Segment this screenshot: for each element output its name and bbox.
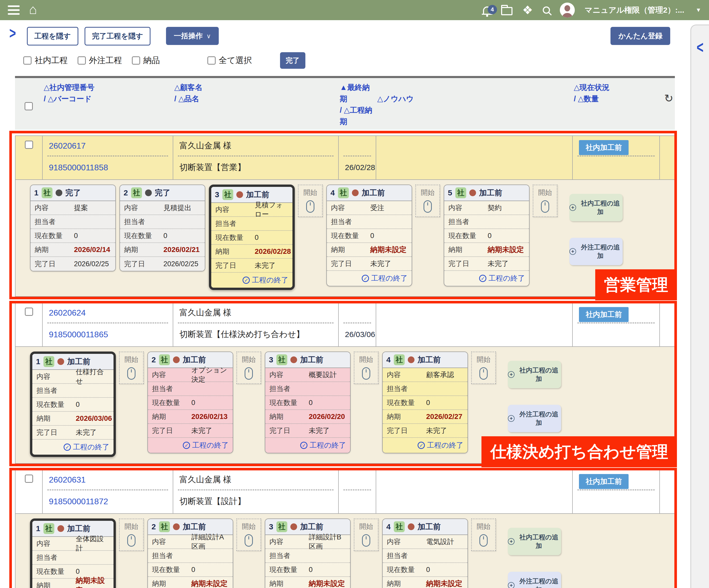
hamburger-menu-icon[interactable]	[8, 5, 20, 15]
row-checkbox[interactable]	[25, 308, 33, 316]
assignee-label: 担当者	[152, 551, 191, 560]
barcode-link[interactable]: 9185000011858	[43, 156, 173, 179]
column-header-customer[interactable]: △顧客名/ △品名	[173, 82, 338, 127]
process-card-4[interactable]: 4社加工前内容受注担当者現在数量0納期納期未設定完了日未完了✓工程の終了	[326, 185, 412, 286]
quantity-label: 現在数量	[35, 231, 74, 240]
complete-button[interactable]: 完了	[280, 52, 305, 69]
end-process-link[interactable]: ✓工程の終了	[183, 440, 229, 450]
chevron-down-icon: ∨	[206, 32, 211, 39]
content-value: 受注	[370, 203, 384, 212]
start-process-button[interactable]: 開始	[533, 185, 557, 217]
add-outsourced-process-button[interactable]: +外注工程の追加	[508, 405, 561, 432]
start-process-button[interactable]: 開始	[236, 518, 261, 551]
process-card-1[interactable]: 1社加工前内容全体図設計担当者現在数量0納期納期未設定完了日未完了✓工程の終了	[30, 518, 116, 588]
process-card-1[interactable]: 1社加工前内容仕様打合せ担当者現在数量0納期2026/03/06完了日未完了✓工…	[30, 351, 116, 457]
completed-date-value: 未完了	[76, 428, 97, 437]
status-cell: 社内加工前	[573, 470, 660, 513]
status-dot-icon	[57, 358, 64, 365]
process-card-1[interactable]: 1社完了内容提案担当者現在数量0納期2026/02/14完了日2026/02/2…	[30, 185, 116, 271]
process-card-2[interactable]: 2社加工前内容オプション決定担当者現在数量0納期2026/02/13完了日未完了…	[148, 351, 233, 453]
add-outsourced-process-button[interactable]: +外注工程の追加	[508, 572, 561, 588]
process-card-4[interactable]: 4社加工前内容電気設計担当者現在数量0納期納期未設定完了日未完了✓工程の終了	[382, 518, 468, 588]
user-menu-caret-icon[interactable]: ▼	[695, 7, 701, 14]
process-card-area: 1社完了内容提案担当者現在数量0納期2026/02/14完了日2026/02/2…	[15, 179, 675, 297]
folder-icon[interactable]	[501, 7, 513, 15]
add-outsourced-process-button[interactable]: +外注工程の追加	[569, 238, 623, 265]
process-card-3[interactable]: 3社加工前内容詳細設計B区画担当者現在数量0納期納期未設定完了日未完了✓工程の終…	[265, 518, 351, 588]
start-process-button[interactable]: 開始	[415, 185, 440, 217]
end-process-label: 工程の終了	[192, 440, 229, 450]
header-select-all-checkbox[interactable]	[25, 102, 33, 110]
start-process-button[interactable]: 開始	[471, 518, 496, 551]
hide-completed-process-button[interactable]: 完了工程を隠す	[84, 27, 151, 46]
control-no-link[interactable]: 26020617	[43, 136, 173, 156]
start-process-button[interactable]: 開始	[119, 351, 144, 384]
process-card-4[interactable]: 4社加工前内容顧客承認担当者現在数量0納期2026/02/27完了日未完了✓工程…	[382, 351, 468, 453]
collapse-right-chevron-icon[interactable]: <	[691, 39, 709, 56]
start-process-button[interactable]: 開始	[354, 518, 378, 551]
start-process-button[interactable]: 開始	[236, 351, 261, 384]
barcode-link[interactable]: 9185000011865	[43, 323, 173, 346]
add-in-house-process-button[interactable]: +社内工程の追加	[569, 194, 623, 221]
end-process-link[interactable]: ✓工程の終了	[242, 275, 288, 285]
search-icon[interactable]	[543, 6, 550, 14]
avatar[interactable]	[560, 3, 575, 18]
status-cell: 社内加工前	[573, 136, 660, 179]
expand-left-chevron-icon[interactable]: >	[9, 25, 16, 41]
notification-bell-icon[interactable]: 4	[483, 6, 491, 14]
quick-register-button[interactable]: かんたん登録	[610, 27, 670, 45]
process-card-3[interactable]: 3社加工前内容見積フォロー担当者現在数量0納期2026/02/28完了日未完了✓…	[209, 185, 295, 290]
add-in-house-process-button[interactable]: +社内工程の追加	[508, 361, 561, 388]
due-label: 納期	[331, 245, 370, 254]
hide-process-button[interactable]: 工程を隠す	[27, 27, 78, 46]
end-process-link[interactable]: ✓工程の終了	[300, 440, 346, 450]
barcode-link[interactable]: 9185000011872	[43, 490, 173, 512]
start-label: 開始	[476, 355, 491, 364]
start-process-button[interactable]: 開始	[471, 351, 496, 384]
knowhow-cell	[376, 470, 573, 513]
row-checkbox[interactable]	[25, 475, 33, 483]
refresh-icon[interactable]: ↻	[659, 82, 675, 127]
start-process-button[interactable]: 開始	[298, 185, 323, 217]
process-card-body: 内容提案担当者現在数量0納期2026/02/14完了日2026/02/25	[30, 201, 115, 271]
outsourced-process-checkbox[interactable]	[78, 56, 86, 64]
completed-date-label: 完了日	[448, 259, 488, 268]
process-card-5[interactable]: 5社加工前内容契約担当者現在数量0納期納期未設定完了日未完了✓工程の終了	[444, 185, 529, 286]
column-header-due[interactable]: ▲最終納期/ △工程納期	[338, 82, 376, 127]
in-house-process-checkbox[interactable]	[23, 56, 31, 64]
dropbox-icon[interactable]: ❖	[522, 4, 533, 16]
process-card-2[interactable]: 2社加工前内容詳細設計A区画担当者現在数量0納期納期未設定完了日未完了✓工程の終…	[148, 518, 233, 588]
row-checkbox[interactable]	[25, 141, 33, 149]
column-header-status[interactable]: △現在状況/ △数量	[572, 82, 659, 127]
due-row: 納期2026/02/27	[383, 410, 468, 424]
status-dot-icon	[173, 356, 180, 363]
completed-date-row: 完了日未完了	[327, 257, 412, 271]
process-card-body: 内容詳細設計A区画担当者現在数量0納期納期未設定完了日未完了✓工程の終了	[148, 535, 233, 588]
start-process-button[interactable]: 開始	[119, 518, 144, 551]
start-process-button[interactable]: 開始	[354, 351, 378, 384]
due-value: 納期未設定	[426, 579, 462, 588]
in-house-type-badge: 社	[159, 521, 170, 532]
mouse-icon	[479, 534, 488, 546]
start-label: 開始	[359, 355, 373, 364]
end-process-link[interactable]: ✓工程の終了	[479, 273, 525, 283]
bulk-action-dropdown[interactable]: 一括操作∨	[166, 27, 219, 45]
content-row: 内容仕様打合せ	[32, 370, 113, 384]
due-label: 納期	[387, 412, 426, 421]
column-header-control-no[interactable]: △社内管理番号/ △バーコード	[42, 82, 173, 127]
process-card-3[interactable]: 3社加工前内容概要設計担当者現在数量0納期2026/02/20完了日未完了✓工程…	[265, 351, 351, 453]
process-status-label: 加工前	[67, 524, 90, 534]
end-process-link[interactable]: ✓工程の終了	[362, 273, 408, 283]
column-header-knowhow[interactable]: △ノウハウ	[376, 82, 572, 127]
end-process-link[interactable]: ✓工程の終了	[63, 442, 109, 452]
control-no-link[interactable]: 26020631	[43, 470, 173, 489]
select-all-checkbox[interactable]	[207, 56, 216, 64]
home-icon[interactable]: ⌂	[29, 3, 37, 16]
control-no-link[interactable]: 26020624	[43, 303, 173, 323]
delivery-checkbox[interactable]	[132, 56, 140, 64]
status-dot-icon	[290, 524, 297, 530]
content-value: 詳細設計A区画	[191, 532, 229, 551]
process-card-2[interactable]: 2社完了内容見積提出担当者現在数量0納期2026/02/21完了日2026/02…	[120, 185, 205, 271]
add-in-house-process-button[interactable]: +社内工程の追加	[508, 528, 561, 555]
end-process-link[interactable]: ✓工程の終了	[418, 440, 463, 450]
